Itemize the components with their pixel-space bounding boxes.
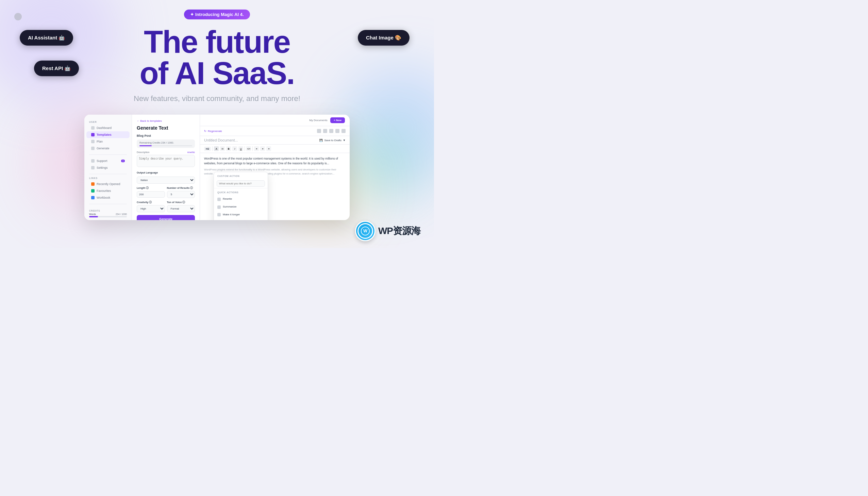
editor-toolbar-left: ↻ Regenerate	[204, 129, 222, 133]
quick-actions-label: QUICK ACTIONS	[214, 188, 268, 195]
sidebar-item-recent[interactable]: Recently Opened	[86, 181, 130, 187]
context-longer[interactable]: Make it longer	[214, 211, 268, 219]
chat-image-button[interactable]: Chat Image 🎨	[358, 30, 410, 46]
ai-assistant-button[interactable]: AI Assistant 🤖	[20, 30, 73, 46]
wp-text: WP资源海	[378, 224, 421, 237]
credits-remaining-fill	[140, 145, 152, 146]
hero-heading: The future of AI SaaS.	[140, 26, 294, 89]
number-results-select[interactable]: 5	[167, 191, 195, 198]
description-textarea[interactable]	[137, 155, 195, 167]
toolbar-icon-3[interactable]	[329, 129, 333, 133]
toolbar-icon-5[interactable]	[342, 129, 346, 133]
credits-value: 234 / 1000	[116, 213, 127, 215]
custom-action-row	[214, 179, 268, 188]
credits-remaining-text: Remaining Credits 234 / 1000.	[140, 141, 192, 144]
format-italic-button[interactable]: I	[232, 146, 237, 151]
sidebar-item-dashboard[interactable]: Dashboard	[86, 124, 130, 131]
toolbar-icon-4[interactable]	[335, 129, 340, 133]
editor-content[interactable]: WordPress is one of the most popular con…	[200, 153, 350, 220]
generate-button[interactable]: Generate	[137, 215, 195, 220]
fav-icon	[91, 189, 95, 192]
output-language-select[interactable]: Italian	[137, 176, 195, 184]
context-shorter[interactable]: Make it shorter	[214, 219, 268, 220]
context-menu: CUSTOM ACTION QUICK ACTIONS Rewrite Summ…	[214, 172, 268, 220]
my-docs-text: My Documents	[309, 119, 327, 122]
creativity-tone-row: Creativity ⓘ High Ton of Voice ⓘ Formal	[137, 201, 195, 212]
format-align-right-button[interactable]: ≡	[266, 146, 271, 151]
sidebar-item-workbook[interactable]: Workbook	[86, 194, 130, 201]
number-results-label: Number of Results ⓘ	[167, 186, 195, 190]
credits-section: CREDITS Words 234 / 1000	[84, 207, 132, 220]
editor-content-text: WordPress is one of the most popular con…	[204, 156, 346, 166]
context-rewrite[interactable]: Rewrite	[214, 195, 268, 203]
new-document-button[interactable]: + New	[330, 118, 345, 123]
longer-icon	[217, 213, 221, 216]
generate-icon	[91, 146, 95, 150]
toolbar-icon-1[interactable]	[317, 129, 321, 133]
tone-select[interactable]: Formal	[167, 205, 195, 212]
wp-logo-inner: W	[358, 223, 373, 239]
editor-panel: My Documents + New ↻ Regenerate	[200, 115, 350, 220]
sidebar-workbook-label: Workbook	[97, 196, 110, 199]
tone-col: Ton of Voice ⓘ Formal	[167, 201, 195, 212]
tone-label: Ton of Voice ⓘ	[167, 201, 195, 204]
sidebar-dashboard-label: Dashboard	[97, 126, 112, 129]
sidebar-generate-label: Generate	[97, 146, 110, 150]
wp-text-group: WP资源海	[378, 224, 421, 237]
back-link[interactable]: ← Back to templates	[137, 120, 195, 123]
creativity-col: Creativity ⓘ High	[137, 201, 165, 212]
custom-action-input[interactable]	[217, 180, 265, 187]
sidebar-item-generate[interactable]: Generate	[86, 145, 130, 152]
rest-api-label: Rest API 🤖	[42, 65, 71, 72]
format-underline-button[interactable]: U	[238, 146, 243, 151]
sidebar-plan-label: Plan	[97, 140, 103, 143]
format-bold-button[interactable]: B	[226, 146, 231, 151]
rest-api-button[interactable]: Rest API 🤖	[34, 61, 79, 76]
sidebar-item-plan[interactable]: Plan	[86, 138, 130, 145]
save-draft-button[interactable]: 💾 Save to Drafts ▼	[319, 139, 346, 142]
form-panel: ← Back to templates Generate Text Blog P…	[132, 115, 200, 220]
summarize-label: Summarize	[223, 205, 236, 209]
sidebar-support-label: Support	[97, 159, 108, 162]
credits-words: Words	[89, 213, 96, 215]
hero-subheading: New features, vibrant community, and man…	[134, 94, 300, 103]
sidebar-item-support[interactable]: Support 3	[86, 157, 130, 164]
length-input[interactable]	[137, 191, 165, 198]
sidebar-settings-label: Settings	[97, 166, 108, 169]
wp-watermark: W WP资源海	[355, 221, 421, 241]
credits-bar-bg	[89, 216, 127, 217]
format-align-left-button[interactable]: ≡	[254, 146, 259, 151]
sidebar-item-favourites[interactable]: Favourites	[86, 187, 130, 194]
format-divider-3	[252, 146, 253, 151]
save-draft-chevron: ▼	[343, 139, 346, 142]
ai-assistant-label: AI Assistant 🤖	[28, 35, 65, 41]
sidebar-item-settings[interactable]: Settings	[86, 164, 130, 171]
creativity-select[interactable]: High	[137, 205, 165, 212]
output-language-label: Output Language	[137, 171, 195, 174]
regen-label: Regenerate	[208, 129, 222, 133]
app-sidebar: USER Dashboard Templates Plan Generate	[84, 115, 132, 220]
settings-icon	[91, 166, 95, 169]
dashboard-icon	[91, 126, 95, 129]
format-color-button[interactable]: A	[214, 146, 219, 151]
format-code-button[interactable]: </>	[246, 146, 251, 151]
sidebar-links-label: LINKS	[84, 177, 132, 179]
doc-title[interactable]: Untitled Document...	[204, 138, 238, 142]
format-bar: H2 A H B I U </> ≡ ≡ ≡	[200, 144, 350, 153]
app-mockup: USER Dashboard Templates Plan Generate	[84, 115, 350, 220]
toolbar-icons	[317, 129, 346, 133]
length-results-row: Length ⓘ Number of Results ⓘ 5	[137, 186, 195, 198]
format-divider-1	[212, 146, 212, 151]
format-h2-button[interactable]: H2	[204, 146, 211, 151]
format-align-center-button[interactable]: ≡	[260, 146, 265, 151]
sidebar-item-templates[interactable]: Templates	[86, 131, 130, 138]
regenerate-button[interactable]: ↻ Regenerate	[204, 129, 222, 133]
context-summarize[interactable]: Summarize	[214, 203, 268, 211]
templates-icon	[91, 133, 95, 136]
toolbar-icon-2[interactable]	[323, 129, 327, 133]
format-highlight-button[interactable]: H	[220, 146, 225, 151]
svg-text:W: W	[363, 229, 367, 233]
sidebar-templates-label: Templates	[97, 133, 112, 136]
my-docs-bar: My Documents + New	[200, 115, 350, 126]
support-icon	[91, 159, 95, 162]
